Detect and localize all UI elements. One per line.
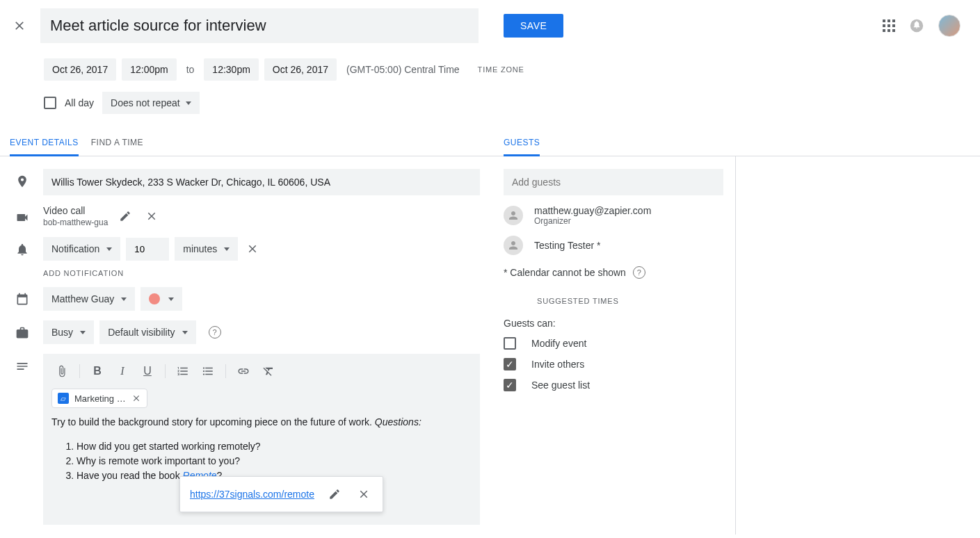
avatar-icon (504, 236, 523, 255)
caret-down-icon (168, 297, 174, 301)
tab-find-a-time[interactable]: FIND A TIME (91, 131, 143, 156)
remove-attachment-button[interactable] (131, 393, 141, 403)
tab-event-details[interactable]: EVENT DETAILS (10, 131, 79, 156)
link-url[interactable]: https://37signals.com/remote (190, 487, 314, 502)
remove-notification-button[interactable] (243, 240, 262, 258)
close-icon (13, 19, 26, 33)
caret-down-icon (224, 247, 230, 251)
notification-value-input[interactable] (126, 238, 169, 261)
pencil-icon (119, 210, 131, 222)
notification-type-label: Notification (51, 243, 99, 254)
remove-video-button[interactable] (143, 207, 161, 225)
description-icon (15, 359, 29, 373)
attachment-name: Marketing … (74, 393, 126, 404)
caret-down-icon (186, 101, 191, 105)
all-day-label: All day (65, 97, 94, 108)
close-button[interactable] (11, 17, 28, 34)
color-swatch (149, 293, 160, 304)
bold-button[interactable]: B (87, 361, 108, 382)
remove-link-button[interactable] (355, 485, 373, 503)
video-call-label: Video call (43, 205, 108, 216)
busy-label: Busy (51, 327, 73, 338)
svg-rect-4 (887, 24, 890, 27)
notifications-icon[interactable] (909, 18, 924, 33)
help-icon[interactable]: ? (209, 326, 221, 339)
link-icon (237, 365, 250, 377)
start-date-chip[interactable]: Oct 26, 2017 (44, 58, 116, 81)
end-date-chip[interactable]: Oct 26, 2017 (264, 58, 337, 81)
bulleted-list-button[interactable] (198, 361, 218, 382)
svg-rect-1 (887, 19, 890, 22)
help-icon[interactable]: ? (633, 266, 645, 279)
notification-unit-label: minutes (183, 243, 217, 254)
caret-down-icon (106, 247, 112, 251)
avatar-icon (504, 206, 523, 225)
timezone-label: (GMT-05:00) Central Time (342, 64, 460, 75)
add-guests-input[interactable] (504, 169, 723, 195)
close-icon (145, 210, 158, 222)
calendar-owner-select[interactable]: Matthew Guay (43, 287, 135, 311)
repeat-select[interactable]: Does not repeat (102, 92, 200, 114)
visibility-label: Default visibility (108, 327, 175, 338)
close-icon (131, 393, 141, 403)
edit-video-button[interactable] (116, 207, 134, 225)
briefcase-icon (15, 326, 29, 340)
guest-item: Testing Tester * (504, 236, 735, 255)
save-button[interactable]: SAVE (504, 14, 563, 38)
calendar-note: * Calendar cannot be shown (504, 267, 626, 278)
video-call-id: bob-matthew-gua (43, 218, 108, 227)
start-time-chip[interactable]: 12:00pm (122, 58, 176, 81)
calendar-color-select[interactable] (140, 287, 182, 311)
end-time-chip[interactable]: 12:30pm (204, 58, 258, 81)
attachment-chip[interactable]: ▱ Marketing … (51, 389, 147, 408)
user-avatar[interactable] (938, 15, 961, 37)
busy-select[interactable]: Busy (43, 320, 94, 344)
list-ol-icon (177, 365, 189, 377)
clear-format-icon (262, 365, 275, 377)
description-intro: Try to build the background story for up… (51, 416, 372, 427)
underline-button[interactable]: U (137, 361, 158, 382)
guest-role: Organizer (534, 216, 651, 226)
guest-email: matthew.guay@zapier.com (534, 205, 651, 216)
attach-button[interactable] (51, 361, 72, 382)
invite-others-label: Invite others (531, 359, 584, 370)
suggested-times-link[interactable]: SUGGESTED TIMES (537, 297, 735, 305)
modify-event-checkbox[interactable] (504, 337, 516, 350)
link-button[interactable] (233, 361, 254, 382)
numbered-list-button[interactable] (172, 361, 193, 382)
link-popup: https://37signals.com/remote (179, 476, 383, 512)
timezone-link[interactable]: TIME ZONE (478, 65, 524, 74)
to-label: to (182, 64, 199, 75)
see-guest-list-label: See guest list (531, 380, 590, 391)
calendar-icon (15, 293, 29, 307)
add-notification-button[interactable]: ADD NOTIFICATION (43, 269, 492, 277)
edit-link-button[interactable] (326, 485, 344, 503)
italic-button[interactable]: I (112, 361, 133, 382)
questions-label: Questions: (375, 416, 421, 427)
visibility-select[interactable]: Default visibility (99, 320, 195, 344)
video-icon (15, 211, 29, 225)
question-2: Why is remote work important to you? (77, 454, 472, 468)
notification-type-select[interactable]: Notification (43, 237, 120, 261)
document-icon: ▱ (58, 393, 69, 404)
apps-icon[interactable] (883, 19, 895, 32)
description-editor[interactable]: B I U ▱ Marketing … (43, 354, 480, 525)
svg-rect-2 (892, 19, 895, 22)
guest-item-organizer: matthew.guay@zapier.com Organizer (504, 205, 735, 226)
invite-others-checkbox[interactable]: ✓ (504, 358, 516, 370)
notification-unit-select[interactable]: minutes (175, 237, 238, 261)
svg-rect-8 (892, 29, 895, 32)
event-title-input[interactable] (40, 8, 479, 43)
guest-name: Testing Tester * (534, 240, 600, 251)
location-input[interactable] (43, 169, 480, 195)
all-day-checkbox[interactable] (44, 97, 56, 109)
svg-rect-3 (883, 24, 885, 27)
tab-guests[interactable]: GUESTS (504, 131, 540, 156)
clear-format-button[interactable] (258, 361, 279, 382)
svg-rect-5 (892, 24, 895, 27)
see-guest-list-checkbox[interactable]: ✓ (504, 379, 516, 391)
close-icon (358, 488, 370, 500)
svg-rect-7 (887, 29, 890, 32)
guests-can-label: Guests can: (504, 318, 735, 329)
caret-down-icon (121, 297, 127, 301)
